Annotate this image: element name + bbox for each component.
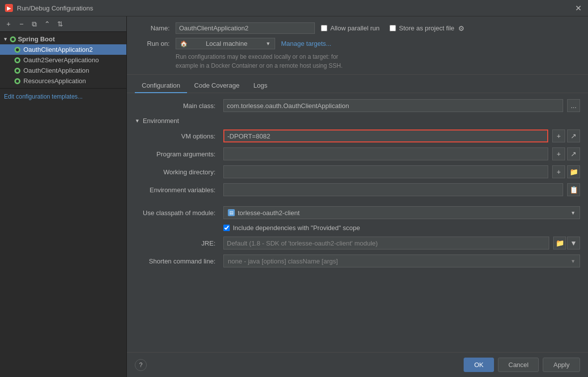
environment-section-label: Environment (143, 117, 179, 125)
sidebar: + − ⧉ ⌃ ⇅ ▼ Spring Boot OauthClientAppli… (0, 16, 127, 377)
jre-label: JRE: (135, 240, 219, 247)
run-on-row: Run on: 🏠 Local machine ▼ Manage targets… (135, 38, 580, 49)
spring-boot-group-header[interactable]: ▼ Spring Boot (0, 34, 126, 44)
main-class-input[interactable] (223, 99, 563, 112)
config-header: Name: Allow parallel run Store as projec… (127, 16, 588, 75)
classpath-label: Use classpath of module: (135, 209, 219, 217)
jre-actions: 📁 ▼ (553, 237, 580, 250)
sort-config-button[interactable]: ⇅ (55, 18, 66, 29)
program-args-input[interactable] (223, 147, 548, 160)
sidebar-item-2[interactable]: OauthClientApplication (0, 65, 126, 76)
allow-parallel-run-label[interactable]: Allow parallel run (321, 24, 380, 32)
env-vars-edit-button[interactable]: 📋 (567, 183, 580, 196)
include-deps-row[interactable]: Include dependencies with "Provided" sco… (223, 224, 580, 232)
manage-targets-link[interactable]: Manage targets... (281, 40, 331, 47)
close-button[interactable]: ✕ (573, 3, 583, 13)
vm-options-expand-button[interactable]: ↗ (567, 129, 580, 142)
app-icon: ▶ (5, 4, 13, 12)
classpath-module-value: torlesse-oauth2-client (238, 209, 568, 217)
working-dir-browse-button[interactable]: 📁 (567, 165, 580, 178)
program-args-actions: + ↗ (552, 147, 580, 160)
spring-item-icon-1 (14, 57, 21, 64)
title-bar: ▶ Run/Debug Configurations ✕ (0, 0, 588, 16)
remove-config-button[interactable]: − (16, 18, 27, 29)
parallel-run-checkbox-container: Allow parallel run Store as project file… (321, 24, 465, 32)
working-dir-actions: + 📁 (552, 165, 580, 178)
dialog-footer: ? OK Cancel Apply (127, 352, 588, 377)
main-content: + − ⧉ ⌃ ⇅ ▼ Spring Boot OauthClientAppli… (0, 16, 588, 377)
dialog-title: Run/Debug Configurations (17, 4, 93, 12)
tab-code-coverage[interactable]: Code Coverage (187, 79, 246, 93)
home-icon: 🏠 (180, 40, 188, 47)
store-as-project-file-checkbox[interactable] (390, 25, 396, 31)
sidebar-toolbar: + − ⧉ ⌃ ⇅ (0, 16, 126, 32)
spring-item-icon-2 (14, 67, 21, 74)
cancel-button[interactable]: Cancel (498, 358, 539, 372)
run-on-dropdown[interactable]: 🏠 Local machine ▼ (176, 38, 275, 49)
tab-logs[interactable]: Logs (246, 79, 274, 93)
working-dir-input[interactable] (223, 165, 548, 178)
vm-options-add-button[interactable]: + (552, 129, 565, 142)
add-config-button[interactable]: + (3, 18, 14, 29)
main-class-browse-button[interactable]: ... (567, 99, 580, 112)
edit-configuration-templates-link[interactable]: Edit configuration templates... (4, 93, 83, 100)
classpath-row: Use classpath of module: ▤ torlesse-oaut… (135, 206, 580, 219)
run-on-value: Local machine (206, 40, 248, 47)
env-vars-input[interactable] (223, 183, 563, 196)
copy-config-button[interactable]: ⧉ (29, 18, 40, 29)
hint-line-2: example in a Docker Container or on a re… (176, 61, 580, 70)
right-panel: Name: Allow parallel run Store as projec… (127, 16, 588, 377)
sidebar-item-3[interactable]: ResourcesApplication (0, 76, 126, 86)
sidebar-item-label-1: Oauth2ServerApplicationo (23, 56, 99, 64)
move-config-button[interactable]: ⌃ (42, 18, 53, 29)
program-args-row: Program arguments: + ↗ (135, 147, 580, 160)
vm-options-label: VM options: (135, 132, 219, 140)
program-args-expand-button[interactable]: ↗ (567, 147, 580, 160)
sidebar-item-0[interactable]: OauthClientApplication2 (0, 44, 126, 55)
shorten-label: Shorten command line: (135, 257, 219, 265)
name-input[interactable] (176, 22, 315, 34)
include-deps-label: Include dependencies with "Provided" sco… (233, 224, 360, 232)
gear-icon[interactable]: ⚙ (458, 24, 465, 32)
store-as-project-file-label[interactable]: Store as project file ⚙ (390, 24, 465, 32)
sidebar-footer: Edit configuration templates... (0, 88, 126, 104)
env-vars-actions: 📋 (567, 183, 580, 196)
shorten-value: none - java [options] className [args] (228, 257, 338, 265)
spring-boot-group-icon (10, 36, 16, 42)
spring-item-icon-0 (14, 46, 21, 53)
help-button[interactable]: ? (135, 359, 147, 371)
title-bar-left: ▶ Run/Debug Configurations (5, 4, 93, 12)
jre-input[interactable] (223, 237, 549, 250)
run-on-arrow: ▼ (266, 41, 271, 46)
store-as-project-file-text: Store as project file (399, 24, 454, 32)
environment-collapse-arrow[interactable]: ▼ (135, 118, 140, 124)
shorten-row: Shorten command line: none - java [optio… (135, 254, 580, 267)
jre-browse-button[interactable]: 📁 (553, 237, 566, 250)
tab-configuration[interactable]: Configuration (135, 79, 187, 93)
ok-button[interactable]: OK (464, 358, 494, 372)
shorten-dropdown[interactable]: none - java [options] className [args] ▼ (223, 254, 580, 267)
name-row: Name: Allow parallel run Store as projec… (135, 22, 580, 34)
run-debug-configurations-dialog: ▶ Run/Debug Configurations ✕ + − ⧉ ⌃ ⇅ ▼… (0, 0, 588, 377)
spring-boot-group: ▼ Spring Boot OauthClientApplication2 Oa… (0, 34, 126, 86)
run-on-label: Run on: (135, 40, 170, 47)
main-class-row: Main class: ... (135, 99, 580, 112)
allow-parallel-run-checkbox[interactable] (321, 25, 327, 31)
jre-dropdown-button[interactable]: ▼ (567, 237, 580, 250)
module-icon: ▤ (228, 209, 235, 216)
run-on-hint: Run configurations may be executed local… (176, 52, 580, 70)
apply-button[interactable]: Apply (543, 358, 580, 372)
sidebar-item-label-2: OauthClientApplication (23, 67, 89, 74)
sidebar-item-1[interactable]: Oauth2ServerApplicationo (0, 55, 126, 65)
include-deps-checkbox[interactable] (223, 225, 230, 231)
program-args-add-button[interactable]: + (552, 147, 565, 160)
main-class-label: Main class: (135, 102, 219, 110)
vm-options-actions: + ↗ (552, 129, 580, 142)
vm-options-input[interactable] (223, 129, 548, 142)
collapse-arrow: ▼ (3, 36, 8, 42)
working-dir-row: Working directory: + 📁 (135, 165, 580, 178)
classpath-module-dropdown[interactable]: ▤ torlesse-oauth2-client ▼ (223, 206, 580, 219)
working-dir-label: Working directory: (135, 168, 219, 176)
sidebar-item-label-3: ResourcesApplication (23, 77, 86, 85)
working-dir-add-button[interactable]: + (552, 165, 565, 178)
